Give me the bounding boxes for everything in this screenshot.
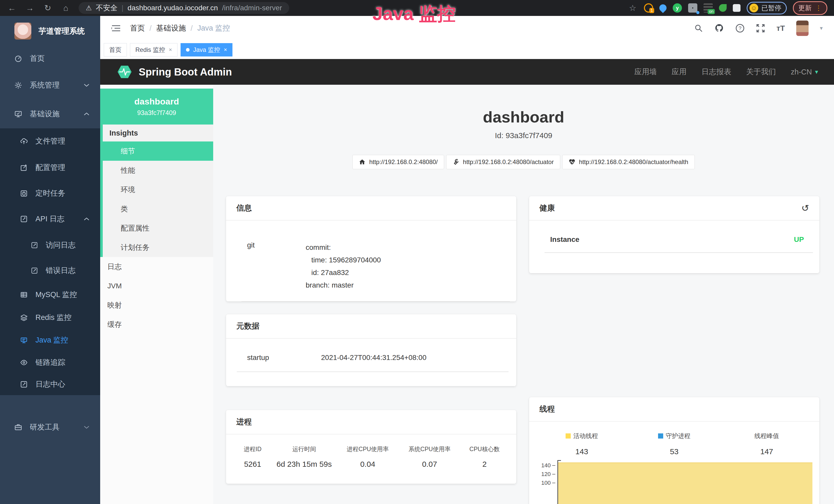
sidebar-item-label: 链路追踪: [36, 358, 65, 368]
page-subtitle: Id: 93a3fc7f7409: [213, 131, 834, 140]
extension-puzzle-icon[interactable]: [733, 4, 741, 12]
github-icon[interactable]: [714, 24, 724, 33]
sidebar-item-trace[interactable]: 链路追踪: [0, 351, 100, 373]
instance-sidebar: dashboard 93a3fc7f7409 Insights 细节 性能 环境…: [100, 85, 213, 504]
chevron-down-icon: [84, 426, 89, 429]
sidebar-item-file[interactable]: 文件管理: [0, 129, 100, 154]
hamburger-icon[interactable]: [111, 24, 121, 32]
instance-menu-logging[interactable]: 日志: [100, 257, 213, 276]
extension-y-icon[interactable]: y: [673, 3, 682, 13]
sba-nav-about[interactable]: 关于我们: [746, 67, 776, 77]
kebab-menu-icon[interactable]: ⋮: [815, 4, 822, 12]
breadcrumb-infra[interactable]: 基础设施: [156, 23, 186, 33]
sidebar-item-redis[interactable]: Redis 监控: [0, 306, 100, 329]
reload-icon[interactable]: ↻: [43, 4, 53, 12]
metadata-key: startup: [236, 353, 321, 362]
sidebar-item-config[interactable]: 配置管理: [0, 154, 100, 181]
profile-paused-pill[interactable]: ☺ 已暂停: [747, 2, 787, 15]
sidebar-item-label: 配置管理: [36, 162, 65, 173]
back-icon[interactable]: ←: [7, 4, 17, 12]
sidebar-item-mysql[interactable]: MySQL 监控: [0, 283, 100, 306]
instance-menu-details[interactable]: 细节: [100, 141, 213, 161]
sba-nav-journal[interactable]: 日志报表: [701, 67, 731, 77]
instance-menu-scheduled-tasks[interactable]: 计划任务: [103, 238, 213, 257]
info-card: 信息 git commit: time: 1596289704000 id: 2…: [226, 196, 516, 301]
instance-menu-mappings[interactable]: 映射: [100, 296, 213, 315]
instance-menu-environment[interactable]: 环境: [103, 180, 213, 199]
tags-view: 首页 Redis 监控 × Java 监控 ×: [100, 41, 834, 59]
bookmark-star-icon[interactable]: ☆: [628, 4, 638, 12]
log-edit-icon: [20, 215, 28, 223]
extension-pin-icon[interactable]: [658, 3, 668, 13]
timer-icon: [20, 189, 28, 197]
sidebar-item-api-log[interactable]: API 日志: [0, 205, 100, 232]
sba-nav-applications[interactable]: 应用: [672, 67, 686, 77]
yellow-swatch-icon: [566, 433, 571, 438]
threads-legend: 活动线程 守护进程 线程峰值: [535, 432, 813, 440]
extension-list-icon[interactable]: on: [704, 3, 713, 13]
infra-submenu: 文件管理 配置管理 定时任务 API 日志 访问日志: [0, 129, 100, 395]
process-table-values: 5261 6d 23h 15m 59s 0.04 0.07 2: [234, 460, 509, 468]
security-label[interactable]: 不安全: [96, 3, 117, 13]
app-logo-row[interactable]: 芋道管理系统: [0, 16, 100, 46]
health-instance-label: Instance: [550, 235, 579, 244]
health-card: 健康 ↺ Instance UP: [529, 196, 819, 273]
instance-menu-caches[interactable]: 缓存: [100, 315, 213, 334]
breadcrumb-home[interactable]: 首页: [130, 23, 145, 33]
user-avatar[interactable]: [796, 21, 809, 36]
sba-brand-label: Spring Boot Admin: [139, 66, 232, 78]
address-bar[interactable]: ⚠ 不安全 | dashboard.yudao.iocoder.cn/infra…: [79, 2, 289, 14]
instance-menu-jvm[interactable]: JVM: [100, 276, 213, 296]
sidebar-item-infra[interactable]: 基础设施: [0, 100, 100, 129]
history-icon[interactable]: ↺: [802, 204, 809, 213]
instance-menu-config-props[interactable]: 配置属性: [103, 219, 213, 238]
cards-left-column: 信息 git commit: time: 1596289704000 id: 2…: [226, 196, 516, 484]
info-card-body: git commit: time: 1596289704000 id: 27aa…: [226, 221, 516, 292]
font-size-icon[interactable]: ᴛT: [776, 24, 785, 32]
sidebar-item-label: 研发工具: [30, 422, 60, 432]
close-icon[interactable]: ×: [169, 46, 172, 53]
sidebar-item-error-log[interactable]: 错误日志: [0, 258, 100, 283]
info-card-header: 信息: [226, 196, 516, 221]
tab-redis[interactable]: Redis 监控 ×: [130, 43, 177, 56]
close-icon[interactable]: ×: [224, 46, 227, 53]
url-host[interactable]: dashboard.yudao.iocoder.cn: [128, 4, 218, 12]
instance-header[interactable]: dashboard 93a3fc7f7409: [100, 89, 213, 124]
extension-grid-icon[interactable]: [688, 3, 697, 13]
search-icon[interactable]: [694, 24, 703, 32]
actuator-url-button[interactable]: http://192.168.0.2:48080/actuator: [446, 155, 560, 169]
instance-menu-metrics[interactable]: 性能: [103, 161, 213, 180]
instance-menu-classes[interactable]: 类: [103, 199, 213, 219]
avatar-caret-icon[interactable]: ▾: [820, 25, 823, 31]
tab-java[interactable]: Java 监控 ×: [180, 43, 233, 56]
sidebar-item-devtools[interactable]: 研发工具: [0, 413, 100, 441]
health-row: Instance UP: [540, 235, 809, 244]
sidebar-item-log-center[interactable]: 日志中心: [0, 373, 100, 395]
sba-locale-select[interactable]: zh-CN ▾: [791, 68, 818, 76]
sidebar-item-system[interactable]: 系统管理: [0, 71, 100, 100]
home-icon[interactable]: ⌂: [61, 4, 71, 12]
col-header: CPU核心数: [461, 445, 509, 453]
extension-leaf-icon[interactable]: [719, 4, 727, 12]
sidebar-item-job[interactable]: 定时任务: [0, 181, 100, 205]
warning-triangle-icon[interactable]: ⚠: [86, 4, 92, 12]
sba-brand[interactable]: Spring Boot Admin: [117, 65, 232, 79]
forward-icon[interactable]: →: [25, 4, 35, 12]
svg-text:?: ?: [739, 25, 741, 31]
service-url-button[interactable]: http://192.168.0.2:48080/: [352, 155, 444, 169]
health-url-button[interactable]: http://192.168.0.2:48080/actuator/health: [562, 155, 695, 169]
app-logo-image: [14, 23, 31, 40]
tab-home[interactable]: 首页: [104, 43, 127, 56]
help-icon[interactable]: ?: [736, 24, 745, 33]
extension-sync-icon[interactable]: 1: [644, 3, 653, 13]
sba-nav-wallboard[interactable]: 应用墙: [634, 67, 657, 77]
fullscreen-icon[interactable]: [756, 24, 765, 33]
sidebar-item-java[interactable]: Java 监控: [0, 329, 100, 351]
chevron-up-icon: [84, 217, 89, 221]
sidebar-item-access-log[interactable]: 访问日志: [0, 232, 100, 258]
url-path[interactable]: /infra/admin-server: [222, 4, 282, 12]
process-card: 进程 进程ID 运行时间 进程CPU使用率 系统CPU使用率 CPU核心数: [226, 410, 516, 484]
update-button[interactable]: 更新 ⋮: [793, 1, 827, 15]
sidebar-item-home[interactable]: 首页: [0, 46, 100, 71]
insights-label: Insights: [103, 124, 213, 141]
